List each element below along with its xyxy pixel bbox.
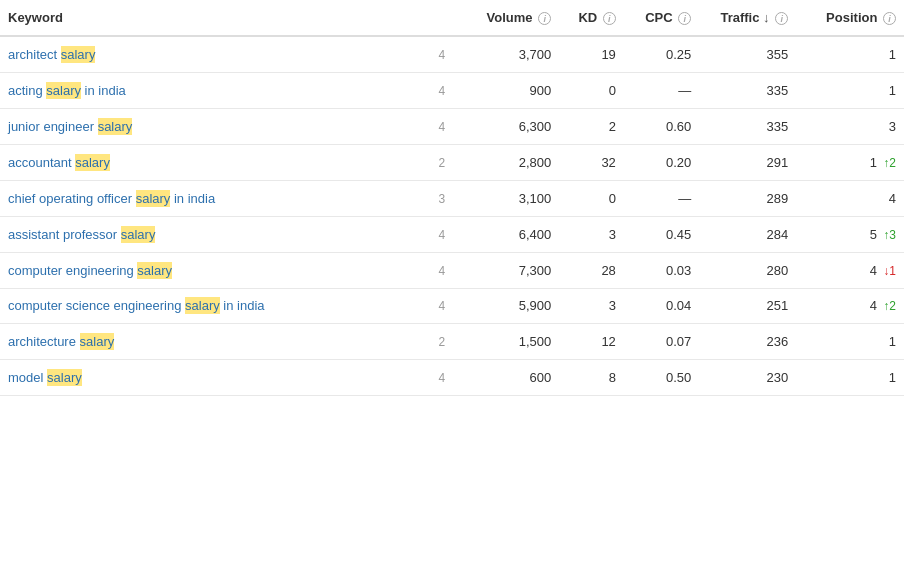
traffic-cell: 251 [699,289,796,324]
words-cell: 3 [420,181,462,217]
keyword-cell: architect salary [0,36,420,73]
table-row: assistant professor salary46,40030.45284… [0,217,904,253]
kd-cell: 0 [559,73,624,109]
table-row: computer science engineering salary in i… [0,289,904,324]
col-header-traffic[interactable]: Traffic i [699,0,796,36]
keyword-link[interactable]: chief operating officer salary in india [8,190,215,207]
position-cell: 3 [796,109,904,145]
position-value: 1 [889,370,896,385]
cpc-cell: — [624,73,699,109]
kd-cell: 3 [559,217,624,253]
cpc-cell: 0.50 [624,360,699,396]
position-value: 5 [870,227,877,242]
cpc-cell: 0.20 [624,145,699,181]
position-cell: 1 [796,36,904,73]
keyword-link[interactable]: acting salary in india [8,82,126,99]
position-value: 4 [870,298,877,313]
col-header-position[interactable]: Position i [796,0,904,36]
words-cell: 4 [420,109,462,145]
keyword-cell: accountant salary [0,145,420,181]
keyword-link[interactable]: computer science engineering salary in i… [8,297,265,314]
position-change: ↑2 [880,299,896,313]
traffic-cell: 280 [699,253,796,289]
traffic-cell: 289 [699,181,796,217]
cpc-cell: 0.45 [624,217,699,253]
cpc-cell: — [624,181,699,217]
position-change: ↑3 [880,228,896,242]
keyword-highlight: salary [185,297,220,314]
position-change: ↑2 [880,156,896,170]
volume-cell: 2,800 [462,145,559,181]
volume-cell: 7,300 [462,253,559,289]
keywords-table: Keyword Volume i KD i CPC i Traffic i Po… [0,0,904,396]
cpc-info-icon[interactable]: i [678,12,691,25]
table-row: computer engineering salary47,300280.032… [0,253,904,289]
keyword-highlight: salary [136,190,171,207]
traffic-info-icon[interactable]: i [775,12,788,25]
volume-cell: 3,100 [462,181,559,217]
table-row: acting salary in india49000—3351 [0,73,904,109]
words-cell: 4 [420,36,462,73]
position-value: 1 [889,334,896,349]
words-cell: 2 [420,324,462,360]
keyword-link[interactable]: assistant professor salary [8,226,155,243]
keyword-cell: architecture salary [0,324,420,360]
position-cell: 1 [796,324,904,360]
traffic-cell: 291 [699,145,796,181]
kd-info-icon[interactable]: i [603,12,616,25]
position-info-icon[interactable]: i [883,12,896,25]
position-value: 1 [889,47,896,62]
position-cell: 1 [796,73,904,109]
table-row: model salary460080.502301 [0,360,904,396]
keyword-link[interactable]: computer engineering salary [8,262,172,279]
keyword-link[interactable]: junior engineer salary [8,118,132,135]
col-header-kd[interactable]: KD i [559,0,624,36]
col-header-keyword: Keyword [0,0,420,36]
volume-cell: 6,400 [462,217,559,253]
keyword-link[interactable]: architecture salary [8,333,114,350]
table-row: chief operating officer salary in india3… [0,181,904,217]
cpc-cell: 0.03 [624,253,699,289]
keyword-highlight: salary [121,226,156,243]
position-change: ↓1 [880,264,896,278]
traffic-cell: 335 [699,109,796,145]
words-cell: 4 [420,289,462,324]
traffic-cell: 230 [699,360,796,396]
keyword-link[interactable]: accountant salary [8,154,110,171]
keyword-highlight: salary [137,262,172,279]
keyword-highlight: salary [75,154,110,171]
position-cell: 1 [796,360,904,396]
table-row: junior engineer salary46,30020.603353 [0,109,904,145]
position-cell: 4 ↑2 [796,289,904,324]
words-cell: 4 [420,360,462,396]
col-header-volume[interactable]: Volume i [462,0,559,36]
table-row: accountant salary22,800320.202911 ↑2 [0,145,904,181]
volume-cell: 1,500 [462,324,559,360]
position-value: 1 [870,155,877,170]
position-cell: 5 ↑3 [796,217,904,253]
volume-cell: 900 [462,73,559,109]
keyword-highlight: salary [46,82,81,99]
volume-info-icon[interactable]: i [538,12,551,25]
keyword-cell: model salary [0,360,420,396]
position-cell: 4 [796,181,904,217]
traffic-cell: 284 [699,217,796,253]
words-cell: 4 [420,253,462,289]
kd-cell: 32 [559,145,624,181]
keyword-highlight: salary [98,118,133,135]
position-cell: 1 ↑2 [796,145,904,181]
traffic-cell: 236 [699,324,796,360]
traffic-cell: 335 [699,73,796,109]
keyword-link[interactable]: architect salary [8,46,95,63]
keyword-link[interactable]: model salary [8,369,82,386]
col-header-words [420,0,462,36]
keyword-cell: acting salary in india [0,73,420,109]
keyword-cell: chief operating officer salary in india [0,181,420,217]
col-header-cpc[interactable]: CPC i [624,0,699,36]
words-cell: 4 [420,73,462,109]
traffic-sort-icon [763,10,770,25]
keyword-cell: assistant professor salary [0,217,420,253]
kd-cell: 8 [559,360,624,396]
keyword-cell: computer engineering salary [0,253,420,289]
cpc-cell: 0.04 [624,289,699,324]
